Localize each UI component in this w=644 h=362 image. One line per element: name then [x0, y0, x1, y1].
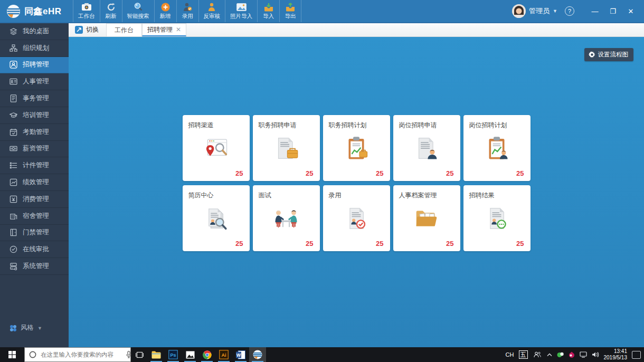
toolbar-hire-button[interactable]: 录用: [176, 0, 198, 22]
sidebar-item-recruitment[interactable]: 招聘管理: [0, 57, 69, 74]
action-center-button[interactable]: [632, 351, 641, 359]
volume-icon[interactable]: [592, 351, 599, 358]
illustrator-app[interactable]: Ai: [215, 347, 232, 362]
card-title: 招聘渠道: [183, 115, 250, 130]
sidebar-item-piecework[interactable]: 计件管理: [0, 157, 69, 174]
card-title: 职务招聘申请: [253, 115, 320, 130]
sidebar-item-label: 在线审批: [23, 245, 49, 254]
windows-taskbar: Ps Ai W CH 五 13:41 2019/5/13: [0, 347, 644, 362]
toolbar-label: 照片导入: [230, 13, 252, 20]
clipboard-chart-icon: [323, 133, 390, 164]
person-icon: [207, 2, 216, 12]
toolbar-unaudit-button[interactable]: 反审核: [198, 0, 225, 22]
tray-app-icon-colored[interactable]: [569, 351, 575, 358]
maximize-button[interactable]: ❐: [605, 3, 621, 19]
style-switcher[interactable]: 风格 ▼: [0, 323, 69, 347]
card-post-recruit-request[interactable]: 岗位招聘申请 25: [393, 115, 460, 181]
topbar-right: 管理员 ▼ ? — ❐ ✕: [512, 3, 644, 19]
card-job-recruit-plan[interactable]: 职务招聘计划 25: [323, 115, 390, 181]
clock-date: 2019/5/13: [604, 355, 628, 361]
flow-chart-settings-button[interactable]: 设置流程图: [584, 48, 634, 61]
word-app[interactable]: W: [232, 347, 249, 362]
sidebar: 我的桌面 组织规划 招聘管理 人事管理 事务管理 培训管理 考勤管理 薪资管理: [0, 23, 69, 347]
sidebar-item-label: 宿舍管理: [23, 212, 49, 221]
toolbar-label: 导入: [263, 13, 274, 20]
clipboard-person-icon: [463, 133, 531, 164]
interview-icon: [253, 203, 320, 234]
close-tab-icon[interactable]: ✕: [176, 26, 181, 33]
tab-recruitment[interactable]: 招聘管理 ✕: [142, 23, 186, 36]
search-input[interactable]: [41, 351, 122, 358]
tray-app-icon-green[interactable]: [557, 352, 564, 358]
resume-result-icon: [463, 203, 531, 234]
card-title: 职务招聘计划: [323, 115, 390, 130]
sidebar-item-my-desktop[interactable]: 我的桌面: [0, 23, 69, 40]
taskbar-search[interactable]: [24, 347, 131, 362]
resume-search-icon: [183, 203, 250, 234]
sidebar-item-attendance[interactable]: 考勤管理: [0, 124, 69, 141]
ehr-app[interactable]: [249, 347, 266, 362]
tab-workbench[interactable]: 工作台: [106, 23, 142, 36]
file-explorer-app[interactable]: [148, 347, 165, 362]
sidebar-item-performance[interactable]: 绩效管理: [0, 174, 69, 191]
toolbar-export-button[interactable]: 导出: [279, 0, 301, 22]
card-count: 25: [306, 240, 313, 247]
photos-app[interactable]: [182, 347, 198, 362]
sidebar-item-personnel[interactable]: 人事管理: [0, 73, 69, 90]
sidebar-item-consumption[interactable]: 消费管理: [0, 191, 69, 208]
card-title: 面试: [253, 185, 320, 200]
network-icon[interactable]: [580, 351, 587, 358]
sidebar-item-salary[interactable]: 薪资管理: [0, 141, 69, 158]
help-button[interactable]: ?: [565, 6, 574, 16]
switch-button[interactable]: 切换: [69, 23, 106, 36]
tray-expand-chevron[interactable]: [547, 353, 552, 357]
language-indicator[interactable]: CH: [506, 351, 514, 358]
card-hire[interactable]: 录用 25: [323, 185, 390, 251]
card-resume-center[interactable]: 简历中心 25: [183, 185, 250, 251]
sidebar-item-access-control[interactable]: 门禁管理: [0, 225, 69, 242]
sidebar-item-online-approval[interactable]: 在线审批: [0, 241, 69, 258]
svg-text:Ps: Ps: [170, 353, 176, 358]
sidebar-item-training[interactable]: 培训管理: [0, 107, 69, 124]
window-controls: — ❐ ✕: [587, 3, 639, 19]
sidebar-item-label: 薪资管理: [23, 144, 49, 153]
person-badge-icon: [183, 2, 192, 12]
sidebar-item-org-planning[interactable]: 组织规划: [0, 40, 69, 57]
sidebar-item-label: 事务管理: [23, 94, 49, 103]
system-tray: CH 五 13:41 2019/5/13: [506, 347, 644, 362]
card-recruit-channel[interactable]: 招聘渠道 25: [183, 115, 250, 181]
toolbar-import-button[interactable]: 导入: [257, 0, 279, 22]
ime-indicator[interactable]: 五: [519, 350, 528, 359]
taskbar-clock[interactable]: 13:41 2019/5/13: [604, 348, 628, 361]
sidebar-item-label: 培训管理: [23, 111, 49, 120]
card-interview[interactable]: 面试 25: [253, 185, 320, 251]
toolbar-label: 录用: [182, 13, 193, 20]
people-icon[interactable]: [533, 351, 542, 358]
toolbar-workbench-button[interactable]: 工作台: [73, 0, 100, 22]
card-recruit-result[interactable]: 招聘结果 25: [463, 185, 531, 251]
close-button[interactable]: ✕: [623, 3, 639, 19]
sidebar-item-dormitory[interactable]: 宿舍管理: [0, 208, 69, 225]
sidebar-item-affairs[interactable]: 事务管理: [0, 90, 69, 107]
card-count: 25: [516, 169, 524, 177]
card-post-recruit-plan[interactable]: 岗位招聘计划 25: [463, 115, 531, 181]
card-count: 25: [376, 240, 383, 247]
card-personnel-archives[interactable]: 人事档案管理 25: [393, 185, 460, 251]
chrome-app[interactable]: [198, 347, 215, 362]
sidebar-item-label: 系统管理: [23, 262, 49, 271]
minimize-button[interactable]: —: [587, 3, 603, 19]
toolbar-refresh-button[interactable]: 刷新: [100, 0, 122, 22]
card-title: 招聘结果: [463, 185, 531, 200]
toolbar-photo-import-button[interactable]: 照片导入: [225, 0, 257, 22]
start-button[interactable]: [0, 347, 24, 362]
photoshop-app[interactable]: Ps: [165, 347, 182, 362]
sidebar-item-system[interactable]: 系统管理: [0, 258, 69, 275]
user-menu[interactable]: 管理员 ▼: [512, 4, 557, 18]
toolbar-add-button[interactable]: 新增: [154, 0, 176, 22]
toolbar-label: 新增: [160, 13, 171, 20]
task-view-button[interactable]: [131, 347, 148, 362]
toolbar-smart-search-button[interactable]: 智能搜索: [122, 0, 154, 22]
document-person-icon: [393, 133, 460, 164]
chevron-down-icon: ▼: [37, 326, 42, 331]
card-job-recruit-request[interactable]: 职务招聘申请 25: [253, 115, 320, 181]
